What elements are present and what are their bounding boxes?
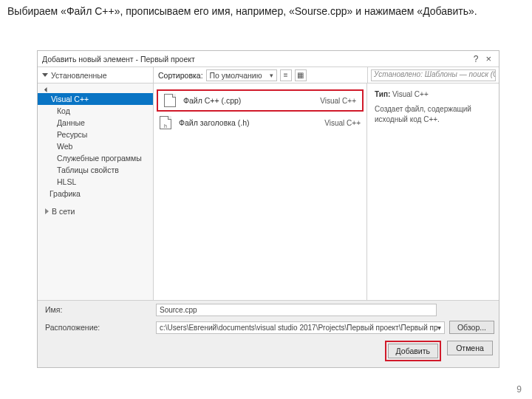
bottom-form: Имя: Source.cpp Расположение: c:\Users\Е… [38,300,499,367]
sidebar-item-label: Web [57,142,72,151]
template-lang: Visual C++ [324,119,361,127]
sidebar-item-web[interactable]: Web [38,140,153,152]
template-label: Файл заголовка (.h) [179,118,317,127]
location-input[interactable]: c:\Users\Евгений\documents\visual studio… [156,321,445,334]
page-number: 9 [516,384,522,395]
sort-value: По умолчанию [210,71,262,80]
sidebar-item-data[interactable]: Данные [38,117,153,129]
sort-area: Сортировка: По умолчанию ▾ ≡ ▦ [154,67,367,83]
header-file-icon: h [160,116,171,129]
location-label: Расположение: [42,323,151,332]
instruction-text: Выбираем «Файл C++», прописываем его имя… [0,0,532,21]
template-description: Создает файл, содержащий исходный код C+… [375,104,491,125]
add-button[interactable]: Добавить [388,344,438,358]
sort-label: Сортировка: [158,71,203,80]
cancel-button[interactable]: Отмена [447,341,493,355]
sidebar-item-label: Таблицы свойств [57,166,119,174]
titlebar: Добавить новый элемент - Первый проект ?… [38,51,499,67]
help-button[interactable]: ? [469,54,483,64]
search-input[interactable]: Установлено: Шаблоны — поиск (Ctr [371,69,496,81]
chevron-down-icon [42,73,48,77]
template-cpp-file[interactable]: Файл C++ (.cpp) Visual C++ [157,89,364,112]
sidebar-item-label: Данные [57,118,85,127]
chevron-open-icon [44,87,50,92]
sidebar-item-propsheets[interactable]: Таблицы свойств [38,164,153,176]
sidebar-item-graphics[interactable]: Графика [38,188,153,200]
tree-expander[interactable] [38,86,153,93]
dropdown-caret-icon[interactable]: ▾ [437,324,441,332]
filter-bar: Установленные Сортировка: По умолчанию ▾… [38,67,499,83]
tab-installed-label: Установленные [51,71,107,80]
sidebar-item-hlsl[interactable]: HLSL [38,176,153,188]
footer-buttons: Добавить Отмена [38,336,499,367]
browse-button[interactable]: Обзор... [449,321,494,334]
template-list: Файл C++ (.cpp) Visual C++ h Файл заголо… [154,83,367,300]
search-area: Установлено: Шаблоны — поиск (Ctr [367,67,499,83]
sidebar-item-label: Visual C++ [51,95,89,103]
type-label: Тип: [375,90,390,98]
add-new-item-dialog: Добавить новый элемент - Первый проект ?… [37,50,499,368]
sort-dropdown[interactable]: По умолчанию ▾ [206,69,277,81]
sidebar-item-online[interactable]: В сети [38,205,153,217]
dropdown-caret-icon: ▾ [270,72,273,79]
sidebar-item-label: Служебные программы [57,154,142,163]
view-grid-icon[interactable]: ▦ [295,69,307,81]
sidebar-item-label: Код [57,106,70,115]
type-value: Visual C++ [392,90,429,98]
view-list-icon[interactable]: ≡ [280,69,292,81]
sidebar-item-label: HLSL [57,177,76,186]
category-tree: Visual C++ Код Данные Ресурсы Web Служеб… [38,83,154,300]
close-icon[interactable]: × [482,53,494,64]
sidebar-item-label: Ресурсы [57,130,87,139]
sidebar-item-code[interactable]: Код [38,105,153,117]
sidebar-item-label: Графика [50,189,81,198]
dialog-title: Добавить новый элемент - Первый проект [42,55,195,64]
sidebar-item-resources[interactable]: Ресурсы [38,129,153,140]
template-lang: Visual C++ [320,97,356,105]
template-header-file[interactable]: h Файл заголовка (.h) Visual C++ [154,113,366,132]
sidebar-item-label: В сети [52,207,75,216]
add-button-highlight: Добавить [385,341,441,361]
tab-installed[interactable]: Установленные [38,67,154,83]
main-area: Visual C++ Код Данные Ресурсы Web Служеб… [38,83,499,300]
chevron-closed-icon [45,208,49,214]
cpp-file-icon [164,94,176,107]
sidebar-item-visual-cpp[interactable]: Visual C++ [38,93,153,105]
template-label: Файл C++ (.cpp) [183,96,313,105]
name-input[interactable]: Source.cpp [156,304,437,316]
sidebar-item-utilities[interactable]: Служебные программы [38,152,153,164]
name-label: Имя: [42,305,151,314]
description-pane: Тип: Visual C++ Создает файл, содержащий… [367,83,499,300]
